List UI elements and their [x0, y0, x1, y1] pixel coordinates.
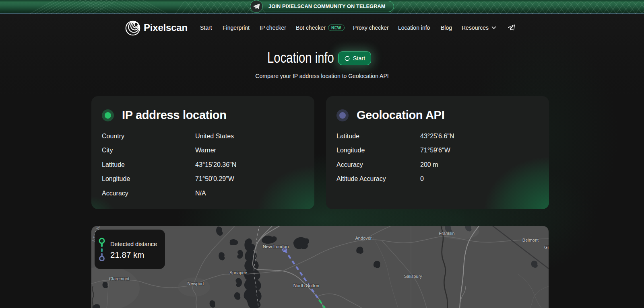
svg-text:Newport: Newport — [188, 281, 204, 286]
svg-text:Claremont: Claremont — [109, 276, 130, 281]
svg-text:Salisbury: Salisbury — [404, 274, 422, 279]
svg-text:Sunapee: Sunapee — [229, 270, 247, 275]
svg-text:Gilmanton: Gilmanton — [544, 245, 549, 250]
svg-text:Andover: Andover — [355, 236, 372, 240]
svg-text:Franklin: Franklin — [439, 231, 454, 236]
svg-text:New London: New London — [263, 244, 289, 249]
svg-text:Belmont: Belmont — [522, 238, 539, 242]
svg-text:North Sutton: North Sutton — [293, 283, 320, 288]
